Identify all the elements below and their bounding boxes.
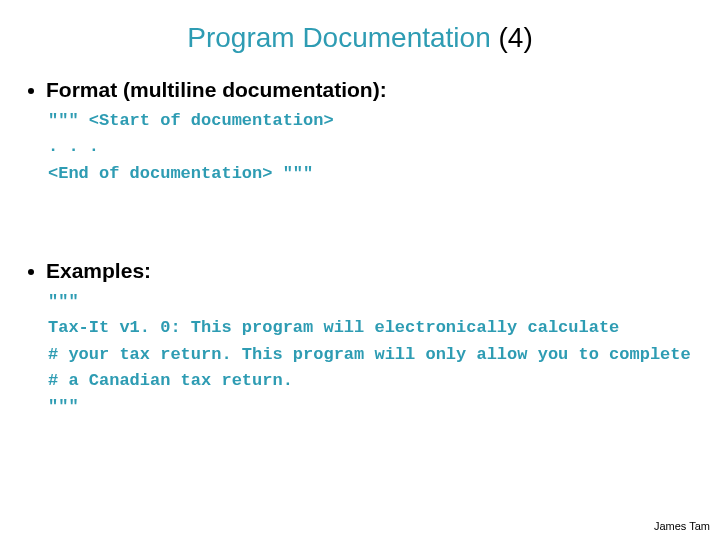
- slide-title: Program Documentation (4): [0, 0, 720, 54]
- slide-body: Format (multiline documentation): """ <S…: [0, 54, 720, 421]
- code-block-format: """ <Start of documentation> . . . <End …: [48, 108, 692, 187]
- bullet-dot-icon: [28, 88, 34, 94]
- bullet-dot-icon: [28, 269, 34, 275]
- bullet-label: Examples:: [46, 259, 151, 283]
- title-number: (4): [499, 22, 533, 53]
- footer-author: James Tam: [654, 520, 710, 532]
- bullet-examples: Examples:: [28, 259, 692, 283]
- bullet-label: Format (multiline documentation):: [46, 78, 387, 102]
- slide: Program Documentation (4) Format (multil…: [0, 0, 720, 540]
- spacer: [28, 187, 692, 259]
- bullet-format: Format (multiline documentation):: [28, 78, 692, 102]
- code-block-example: """ Tax-It v1. 0: This program will elec…: [48, 289, 692, 421]
- title-main: Program Documentation: [187, 22, 498, 53]
